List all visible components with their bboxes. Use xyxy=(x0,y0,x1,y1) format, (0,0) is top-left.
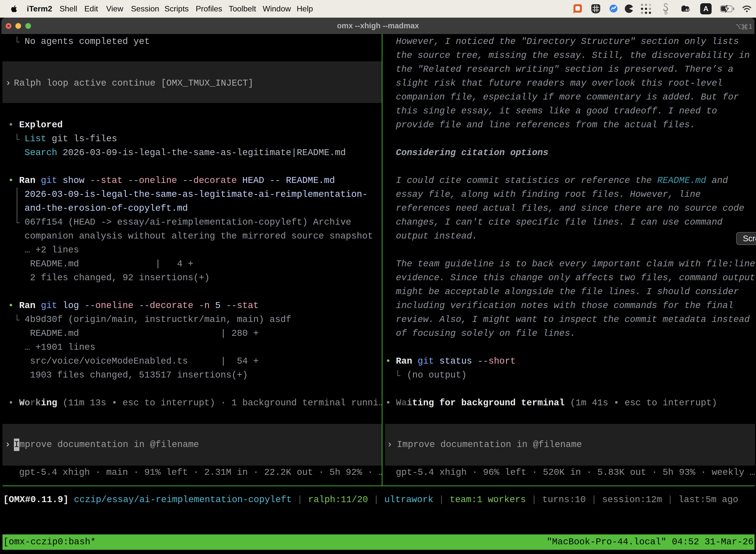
svg-text:1: 1 xyxy=(749,23,752,30)
svg-text:..61: ..61 xyxy=(684,8,690,12)
